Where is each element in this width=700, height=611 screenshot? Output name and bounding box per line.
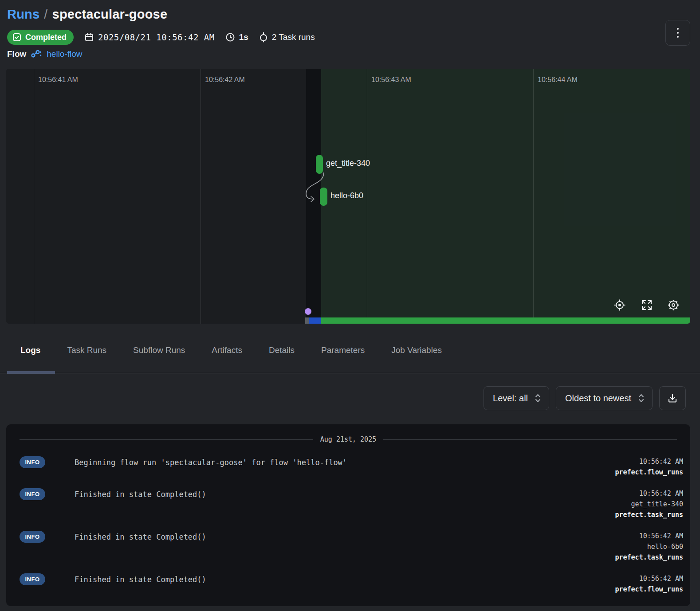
task-bar-hello[interactable] [320, 188, 327, 206]
run-duration-value: 1s [239, 32, 248, 42]
log-date-divider: Aug 21st, 2025 [20, 434, 677, 445]
scrubber-selection-segment[interactable] [309, 317, 321, 324]
timeline-gridline [34, 69, 34, 324]
log-time: 10:56:42 AM [615, 531, 683, 541]
more-actions-button[interactable] [665, 20, 690, 46]
timeline-tick-label: 10:56:41 AM [38, 76, 78, 84]
tabs-divider-line [0, 373, 700, 373]
log-meta: 10:56:42 AM prefect.flow_runs [615, 456, 683, 478]
log-message: Beginning flow run 'spectacular-goose' f… [75, 456, 615, 468]
tab-subflow-runs[interactable]: Subflow Runs [133, 345, 185, 355]
download-icon [667, 393, 678, 403]
log-time: 10:56:42 AM [615, 456, 683, 467]
log-date-label: Aug 21st, 2025 [320, 435, 376, 443]
sort-order-value: Oldest to newest [565, 393, 631, 403]
status-label: Completed [25, 33, 67, 42]
detail-tabs: Logs Task Runs Subflow Runs Artifacts De… [0, 339, 700, 375]
log-logger: prefect.flow_runs [615, 584, 683, 595]
flow-run-event-dot [305, 308, 311, 315]
page-title: spectacular-goose [52, 7, 168, 21]
log-time: 10:56:42 AM [615, 573, 683, 584]
status-badge: Completed [7, 30, 74, 45]
log-row: INFO Finished in state Completed() 10:56… [13, 573, 683, 595]
log-task-name: get_title-340 [615, 499, 683, 509]
recenter-icon[interactable] [613, 298, 626, 312]
task-bar-label[interactable]: get_title-340 [326, 159, 370, 168]
flow-row: Flow hello-flow [7, 48, 83, 60]
completed-check-icon [12, 33, 21, 42]
tab-task-runs[interactable]: Task Runs [67, 345, 106, 355]
task-dependency-arrow [302, 172, 333, 204]
breadcrumb: Runs/spectacular-goose [7, 7, 167, 22]
tab-parameters[interactable]: Parameters [321, 345, 365, 355]
task-run-icon [259, 32, 268, 43]
timeline-gridline [201, 69, 201, 324]
log-level-badge: INFO [20, 456, 45, 468]
chevron-updown-icon [535, 393, 541, 403]
timeline-gridline [533, 69, 534, 324]
sort-order-select[interactable]: Oldest to newest [556, 386, 653, 410]
log-filters: Level: all Oldest to newest [484, 386, 686, 410]
log-meta: 10:56:42 AM get_title-340 prefect.task_r… [615, 488, 683, 520]
timeline-tick-label: 10:56:43 AM [371, 76, 411, 84]
flow-run-timeline[interactable]: 10:56:41 AM 10:56:42 AM 10:56:43 AM 10:5… [6, 69, 690, 324]
task-run-count: 2 Task runs [259, 32, 315, 43]
flow-icon [31, 49, 42, 59]
log-level-badge: INFO [20, 573, 45, 585]
breadcrumb-runs-link[interactable]: Runs [7, 7, 39, 21]
log-logger: prefect.flow_runs [615, 467, 683, 478]
run-datetime: 2025/08/21 10:56:42 AM [84, 32, 215, 42]
task-run-count-value: 2 Task runs [272, 32, 315, 42]
timeline-settings-gear-icon[interactable] [667, 298, 680, 312]
timeline-run-window [321, 69, 690, 324]
calendar-icon [84, 32, 94, 42]
tab-artifacts[interactable]: Artifacts [212, 345, 242, 355]
level-filter-value: Level: all [493, 393, 528, 403]
log-message: Finished in state Completed() [75, 488, 615, 500]
task-bar-get-title[interactable] [316, 155, 323, 174]
flow-label: Flow [7, 49, 26, 59]
page-header: Runs/spectacular-goose Completed 2025/08… [0, 0, 700, 69]
run-duration: 1s [225, 32, 248, 42]
log-task-name: hello-6b0 [615, 541, 683, 552]
log-logger: prefect.task_runs [615, 509, 683, 520]
scrubber-pending-segment[interactable] [305, 317, 309, 324]
task-bar-label[interactable]: hello-6b0 [330, 191, 363, 200]
download-logs-button[interactable] [659, 386, 686, 410]
log-row: INFO Finished in state Completed() 10:56… [13, 531, 683, 563]
fullscreen-icon[interactable] [640, 298, 653, 312]
chevron-updown-icon [638, 393, 644, 403]
tab-logs[interactable]: Logs [20, 345, 40, 355]
timeline-tick-label: 10:56:42 AM [205, 76, 245, 84]
clock-icon [225, 32, 235, 42]
run-datetime-value: 2025/08/21 10:56:42 AM [98, 32, 215, 42]
flow-name-link[interactable]: hello-flow [47, 49, 82, 59]
timeline-tick-label: 10:56:44 AM [538, 76, 578, 84]
log-logger: prefect.task_runs [615, 552, 683, 563]
log-row: INFO Finished in state Completed() 10:56… [13, 488, 683, 520]
log-message: Finished in state Completed() [75, 531, 615, 543]
log-level-badge: INFO [20, 488, 45, 500]
tab-details[interactable]: Details [269, 345, 295, 355]
run-meta-row: Completed 2025/08/21 10:56:42 AM 1s 2 Ta… [7, 29, 315, 45]
log-message: Finished in state Completed() [75, 573, 615, 585]
log-time: 10:56:42 AM [615, 488, 683, 499]
logs-panel: Aug 21st, 2025 INFO Beginning flow run '… [6, 424, 690, 606]
level-filter-select[interactable]: Level: all [484, 386, 549, 410]
scrubber-running-segment[interactable] [321, 317, 690, 324]
log-level-badge: INFO [20, 531, 45, 543]
breadcrumb-separator: / [44, 7, 47, 21]
active-tab-indicator [7, 371, 55, 374]
log-row: INFO Beginning flow run 'spectacular-goo… [13, 456, 683, 478]
log-meta: 10:56:42 AM prefect.flow_runs [615, 573, 683, 595]
timeline-gridline [367, 69, 367, 324]
tab-job-variables[interactable]: Job Variables [391, 345, 442, 355]
log-meta: 10:56:42 AM hello-6b0 prefect.task_runs [615, 531, 683, 563]
